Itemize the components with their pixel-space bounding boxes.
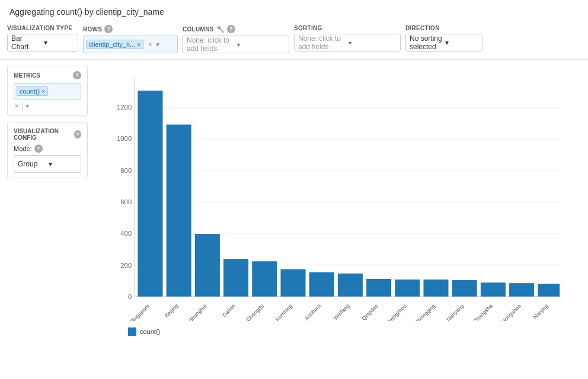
rows-tag-close-icon[interactable]: × — [137, 41, 140, 48]
rows-actions: × ▾ — [147, 40, 161, 49]
legend-label-count: count() — [140, 328, 160, 335]
bar-qingdao[interactable] — [366, 279, 391, 297]
bar-nanjing[interactable] — [538, 284, 560, 297]
bar-chongqing[interactable] — [423, 280, 448, 297]
svg-text:Shanghai: Shanghai — [187, 303, 208, 320]
sorting-arrow-icon: ▾ — [349, 40, 397, 46]
left-panel: METRICS ? count() × × | ▾ VISUALIZATION … — [0, 60, 95, 345]
columns-arrow-icon: ▾ — [237, 41, 285, 48]
metrics-actions: × | ▾ — [14, 102, 81, 110]
svg-text:1200: 1200 — [117, 104, 132, 111]
legend-color-count — [128, 327, 136, 336]
svg-text:Nanjing: Nanjing — [532, 303, 549, 320]
svg-text:Kunming: Kunming — [274, 303, 294, 320]
bar-chart: 0 200 400 600 800 1000 — [104, 66, 579, 321]
columns-select[interactable]: None: click to add fields ▾ — [183, 36, 289, 53]
svg-text:Hongshan: Hongshan — [500, 303, 522, 320]
svg-text:400: 400 — [120, 230, 132, 237]
mode-select[interactable]: Group ▾ — [14, 155, 81, 173]
bar-zhengzhou[interactable] — [395, 280, 420, 297]
page-title: Aggregating count() by clientip_city_nam… — [0, 0, 588, 21]
svg-text:Dalian: Dalian — [221, 303, 237, 318]
main-content: METRICS ? count() × × | ▾ VISUALIZATION … — [0, 60, 588, 345]
controls-row: VISUALIZATION TYPE Bar Chart ▾ ROWS ? cl… — [0, 21, 588, 60]
direction-label: DIRECTION — [405, 25, 482, 31]
svg-text:Nanyang: Nanyang — [445, 303, 465, 320]
visualization-type-select[interactable]: Bar Chart ▾ — [7, 34, 78, 52]
direction-group: DIRECTION No sorting selected ▾ — [405, 25, 482, 52]
bar-nanyang[interactable] — [452, 280, 477, 297]
viz-type-label: VISUALIZATION TYPE — [7, 25, 78, 31]
bar-kunming[interactable] — [280, 269, 305, 297]
bar-hongshan[interactable] — [509, 283, 534, 297]
rows-input[interactable]: clientip_city_n... × × ▾ — [83, 36, 178, 53]
metrics-info-icon[interactable]: ? — [73, 71, 81, 79]
svg-text:Weifang: Weifang — [333, 303, 351, 320]
rows-group: ROWS ? clientip_city_n... × × ▾ — [83, 25, 178, 53]
bar-ashburn[interactable] — [309, 272, 334, 297]
metrics-section: METRICS ? count() × × | ▾ — [7, 66, 88, 115]
metrics-expand-button[interactable]: ▾ — [24, 102, 30, 110]
bar-singapore[interactable] — [138, 91, 162, 297]
sorting-group: SORTING None: click to add fields ▾ — [294, 25, 401, 52]
columns-info-icon[interactable]: ? — [227, 25, 235, 33]
bar-weifang[interactable] — [338, 274, 363, 297]
metrics-tag-close-icon[interactable]: × — [41, 88, 45, 95]
svg-text:Chengdu: Chengdu — [245, 303, 266, 320]
svg-text:Zhengzhou: Zhengzhou — [384, 303, 408, 320]
svg-text:1000: 1000 — [117, 135, 132, 142]
chart-legend: count() — [104, 327, 579, 336]
viz-type-arrow-icon: ▾ — [44, 38, 74, 47]
svg-text:Ashburn: Ashburn — [303, 303, 322, 320]
metrics-title: METRICS ? — [14, 71, 81, 79]
rows-clear-button[interactable]: × — [147, 40, 154, 49]
svg-text:200: 200 — [120, 262, 132, 269]
svg-text:0: 0 — [128, 293, 132, 300]
svg-text:Qingdao: Qingdao — [360, 303, 379, 320]
direction-select[interactable]: No sorting selected ▾ — [405, 34, 482, 52]
rows-label: ROWS ? — [83, 25, 178, 33]
visualization-type-group: VISUALIZATION TYPE Bar Chart ▾ — [7, 25, 78, 52]
bar-shanghai[interactable] — [195, 234, 220, 297]
rows-tag: clientip_city_n... × — [86, 40, 143, 49]
viz-config-title: VISUALIZATION CONFIG ? — [14, 128, 81, 141]
svg-text:Chongqing: Chongqing — [414, 303, 437, 320]
bar-beijing[interactable] — [167, 124, 191, 296]
chart-area: 0 200 400 600 800 1000 — [95, 60, 588, 345]
svg-text:Singapore: Singapore — [129, 303, 151, 320]
chart-container: 0 200 400 600 800 1000 — [104, 66, 579, 336]
bar-changsha[interactable] — [481, 282, 506, 297]
svg-text:600: 600 — [120, 198, 132, 205]
metrics-clear-button[interactable]: × — [14, 102, 20, 110]
rows-info-icon[interactable]: ? — [104, 25, 113, 33]
columns-wrench-icon: 🔧 — [216, 25, 225, 33]
svg-text:Changsha: Changsha — [472, 303, 494, 321]
bar-dalian[interactable] — [223, 259, 248, 297]
sorting-label: SORTING — [294, 25, 401, 31]
metrics-tag: count() × — [17, 86, 48, 96]
viz-config-info-icon[interactable]: ? — [74, 130, 81, 139]
bar-chengdu[interactable] — [252, 261, 277, 296]
columns-label: COLUMNS 🔧 ? — [183, 25, 289, 33]
columns-group: COLUMNS 🔧 ? None: click to add fields ▾ — [183, 25, 289, 53]
viz-config-section: VISUALIZATION CONFIG ? Mode: ? Group ▾ — [7, 123, 88, 178]
rows-expand-button[interactable]: ▾ — [155, 40, 161, 49]
sorting-select[interactable]: None: click to add fields ▾ — [294, 34, 401, 52]
mode-info-icon[interactable]: ? — [34, 144, 43, 153]
svg-text:800: 800 — [120, 167, 132, 174]
mode-label: Mode: ? — [14, 144, 81, 153]
svg-text:Beijing: Beijing — [164, 303, 180, 319]
metrics-input[interactable]: count() × — [14, 83, 81, 99]
mode-arrow-icon: ▾ — [49, 160, 77, 168]
direction-arrow-icon: ▾ — [445, 38, 478, 47]
